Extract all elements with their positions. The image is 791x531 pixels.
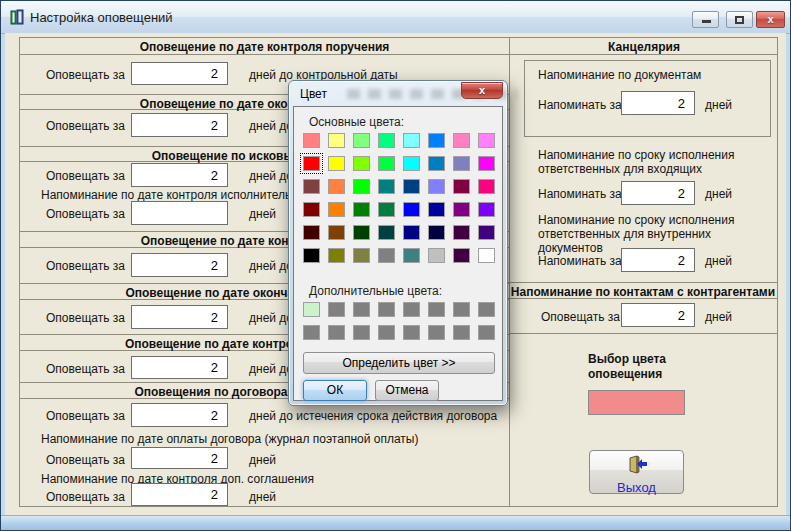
- color-swatch[interactable]: [328, 225, 345, 240]
- days-input-incoming[interactable]: [621, 181, 695, 205]
- color-swatch[interactable]: [303, 225, 320, 240]
- color-swatch[interactable]: [303, 156, 320, 171]
- close-button[interactable]: x: [756, 11, 785, 28]
- days-input-documents[interactable]: [621, 91, 695, 115]
- color-swatch[interactable]: [378, 302, 395, 317]
- days-input-internal[interactable]: [621, 248, 695, 272]
- days-suffix: дней: [705, 187, 732, 201]
- days-input-poa[interactable]: [131, 305, 228, 329]
- minimize-button[interactable]: [692, 11, 719, 28]
- color-swatch[interactable]: [428, 225, 445, 240]
- color-swatch[interactable]: [403, 302, 420, 317]
- color-swatch[interactable]: [403, 179, 420, 194]
- color-swatch[interactable]: [453, 302, 470, 317]
- internal-note-line3: документов: [538, 241, 603, 255]
- section-header-commission-control: Оповещение по дате контроля поручения: [20, 38, 509, 55]
- days-input-payment[interactable]: [131, 447, 228, 469]
- titlebar[interactable]: Настройка оповещений: [1, 1, 790, 34]
- color-swatch[interactable]: [353, 133, 370, 148]
- days-input-pretension[interactable]: [131, 253, 228, 277]
- color-swatch[interactable]: [353, 325, 370, 340]
- exit-button[interactable]: Выход: [589, 450, 684, 494]
- color-swatch[interactable]: [403, 156, 420, 171]
- days-input-case[interactable]: [131, 356, 228, 379]
- color-swatch[interactable]: [453, 202, 470, 217]
- define-custom-color-button[interactable]: Определить цвет >>: [303, 352, 495, 374]
- color-swatch[interactable]: [453, 179, 470, 194]
- color-swatch[interactable]: [428, 156, 445, 171]
- color-swatch[interactable]: [378, 156, 395, 171]
- color-swatch[interactable]: [303, 202, 320, 217]
- minimize-icon: [702, 20, 711, 23]
- days-input-claims[interactable]: [131, 163, 228, 187]
- days-input-contract-expire[interactable]: [131, 403, 228, 427]
- color-swatch[interactable]: [303, 325, 320, 340]
- ok-button[interactable]: ОК: [303, 380, 367, 401]
- color-swatch[interactable]: [403, 133, 420, 148]
- color-swatch[interactable]: [478, 325, 495, 340]
- color-swatch[interactable]: [353, 302, 370, 317]
- color-swatch[interactable]: [328, 179, 345, 194]
- color-swatch[interactable]: [428, 248, 445, 263]
- color-swatch[interactable]: [303, 302, 320, 317]
- notification-color-swatch[interactable]: [588, 390, 685, 415]
- color-swatch[interactable]: [303, 133, 320, 148]
- days-input-contacts[interactable]: [621, 303, 695, 327]
- color-swatch[interactable]: [478, 302, 495, 317]
- color-swatch[interactable]: [428, 133, 445, 148]
- color-swatch[interactable]: [478, 202, 495, 217]
- remind-label: Напоминать за: [538, 98, 622, 112]
- color-swatch[interactable]: [353, 202, 370, 217]
- color-swatch[interactable]: [478, 248, 495, 263]
- color-swatch[interactable]: [428, 302, 445, 317]
- color-swatch[interactable]: [378, 248, 395, 263]
- section-header-chancery: Канцелярия: [510, 38, 778, 55]
- color-swatch[interactable]: [453, 156, 470, 171]
- color-swatch[interactable]: [403, 248, 420, 263]
- color-swatch[interactable]: [478, 133, 495, 148]
- days-suffix: дней: [705, 254, 732, 268]
- color-swatch[interactable]: [378, 133, 395, 148]
- color-swatch[interactable]: [453, 248, 470, 263]
- days-input-commission[interactable]: [131, 62, 228, 85]
- color-dialog-title: Цвет: [300, 87, 327, 101]
- days-input-addendum[interactable]: [131, 483, 228, 506]
- color-swatch[interactable]: [478, 225, 495, 240]
- days-input-contract-end[interactable]: [131, 113, 228, 137]
- color-swatch[interactable]: [453, 133, 470, 148]
- color-swatch[interactable]: [403, 202, 420, 217]
- color-swatch[interactable]: [478, 156, 495, 171]
- color-swatch[interactable]: [353, 179, 370, 194]
- color-swatch[interactable]: [328, 133, 345, 148]
- color-swatch[interactable]: [328, 325, 345, 340]
- color-swatch[interactable]: [428, 325, 445, 340]
- color-swatch[interactable]: [303, 179, 320, 194]
- color-swatch[interactable]: [378, 202, 395, 217]
- color-swatch[interactable]: [453, 225, 470, 240]
- custom-colors-grid: [303, 302, 495, 340]
- color-swatch[interactable]: [428, 179, 445, 194]
- color-swatch[interactable]: [328, 202, 345, 217]
- color-swatch[interactable]: [353, 248, 370, 263]
- color-swatch[interactable]: [303, 248, 320, 263]
- cancel-button[interactable]: Отмена: [375, 380, 439, 401]
- days-input-writ[interactable]: [131, 201, 228, 225]
- color-swatch[interactable]: [378, 179, 395, 194]
- color-swatch[interactable]: [403, 225, 420, 240]
- color-dialog-close-button[interactable]: x: [461, 82, 503, 99]
- color-swatch[interactable]: [428, 202, 445, 217]
- color-swatch[interactable]: [328, 156, 345, 171]
- color-swatch[interactable]: [353, 225, 370, 240]
- color-swatch[interactable]: [378, 225, 395, 240]
- basic-colors-grid: [303, 133, 495, 263]
- color-swatch[interactable]: [328, 248, 345, 263]
- notify-label: Оповещать за: [46, 68, 125, 82]
- color-swatch[interactable]: [403, 325, 420, 340]
- color-swatch[interactable]: [378, 325, 395, 340]
- maximize-button[interactable]: [726, 11, 753, 28]
- color-swatch[interactable]: [453, 325, 470, 340]
- color-swatch[interactable]: [478, 179, 495, 194]
- color-swatch[interactable]: [353, 156, 370, 171]
- color-swatch[interactable]: [328, 302, 345, 317]
- days-suffix: дней: [249, 207, 276, 221]
